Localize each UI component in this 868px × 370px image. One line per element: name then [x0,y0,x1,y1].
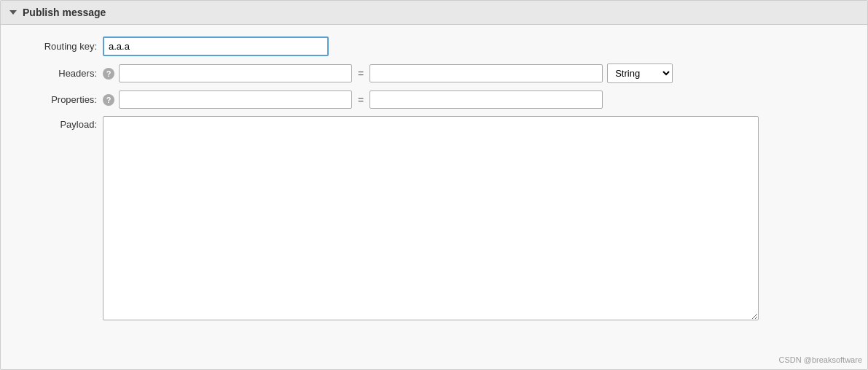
headers-controls: ? = String Number Boolean [103,63,853,83]
properties-equals: = [356,94,365,106]
properties-controls: ? = [103,90,853,109]
routing-key-input[interactable] [103,36,329,56]
collapse-icon[interactable] [9,10,17,15]
routing-key-row: Routing key: [1,36,867,56]
panel-header: Publish message [1,1,867,25]
panel-title: Publish message [23,7,106,18]
headers-value-input[interactable] [370,64,603,82]
routing-key-controls [103,36,853,56]
panel-body: Routing key: Headers: ? = String Number … [1,25,867,339]
properties-key-input[interactable] [119,90,352,109]
watermark-text: CSDN @breaksoftware [779,355,862,364]
payload-row: Payload: [1,116,867,320]
headers-key-input[interactable] [119,64,352,82]
properties-value-input[interactable] [370,90,603,109]
properties-label: Properties: [15,94,103,105]
headers-row: Headers: ? = String Number Boolean [1,63,867,83]
headers-equals: = [356,68,365,80]
headers-label: Headers: [15,68,103,79]
properties-help-badge[interactable]: ? [103,94,114,106]
headers-type-select[interactable]: String Number Boolean [607,63,673,83]
properties-row: Properties: ? = [1,90,867,109]
publish-message-panel: Publish message Routing key: Headers: ? … [0,0,868,370]
headers-help-badge[interactable]: ? [103,68,114,80]
payload-label: Payload: [15,116,103,130]
payload-textarea[interactable] [103,116,759,320]
routing-key-label: Routing key: [15,41,103,52]
